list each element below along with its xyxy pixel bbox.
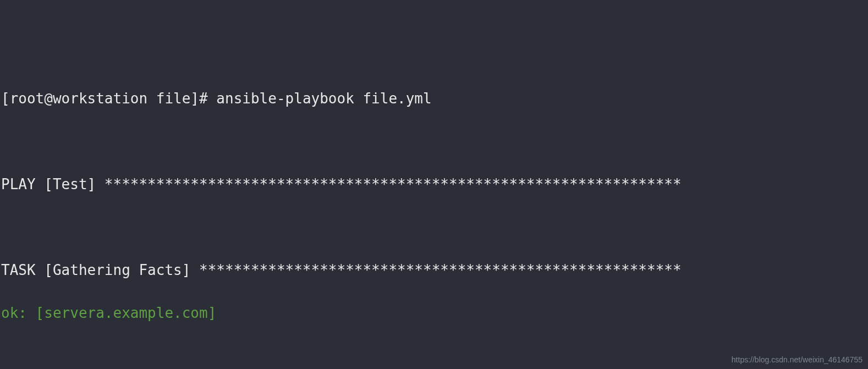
command-line: [root@workstation file]# ansible-playboo… (1, 88, 867, 109)
task-header-gathering-facts: TASK [Gathering Facts] *****************… (1, 260, 867, 281)
watermark-text: https://blog.csdn.net/weixin_46146755 (732, 354, 862, 366)
blank-line (1, 217, 867, 238)
shell-prompt: [root@workstation file]# (1, 90, 216, 107)
command-text: ansible-playbook file.yml (216, 90, 431, 107)
blank-line (1, 131, 867, 152)
play-header: PLAY [Test] ****************************… (1, 174, 867, 195)
task-result-ok: ok: [servera.example.com] (1, 302, 867, 324)
